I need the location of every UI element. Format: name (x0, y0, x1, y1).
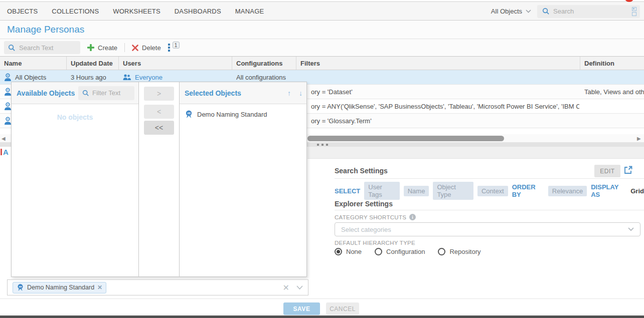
svg-text:AB: AB (19, 285, 22, 288)
persona-icon (4, 73, 12, 81)
available-filter[interactable] (78, 86, 134, 100)
row-filters: ory = ANY('QlikSense', 'SAP BusinessObje… (311, 99, 579, 113)
column-header-name[interactable]: Name (0, 57, 67, 70)
info-icon[interactable]: i (409, 214, 416, 220)
nav-item-worksheets[interactable]: WORKSHEETS (113, 8, 160, 15)
hierarchy-type-label-text: DEFAULT HIERARCHY TYPE (335, 240, 415, 246)
divider (335, 178, 644, 179)
svg-text:AB: AB (187, 112, 191, 115)
column-header-users[interactable]: Users (119, 57, 232, 70)
scrollbar-thumb[interactable] (307, 136, 504, 141)
delete-button[interactable]: Delete (132, 44, 161, 52)
move-up-icon[interactable]: ↑ (287, 89, 291, 97)
order-by-label: ORDER BY (512, 183, 544, 198)
detail-panel-heading: A (3, 148, 9, 156)
open-external-icon[interactable] (623, 165, 633, 177)
global-search-input[interactable] (553, 8, 628, 15)
radio-none[interactable]: None (335, 248, 362, 255)
create-button[interactable]: Create (87, 44, 117, 52)
row-definition: Table, Views and othe (584, 85, 644, 99)
radio-repository[interactable]: Repository (438, 248, 480, 255)
move-down-icon[interactable]: ↓ (299, 89, 302, 97)
no-objects-text: No objects (12, 113, 138, 121)
table-header: Name Updated Date Users Configurations F… (0, 56, 644, 70)
display-as-label: DISPLAY AS (591, 183, 626, 198)
chevron-down-icon[interactable] (296, 285, 303, 290)
display-as-value: Grid (630, 187, 644, 195)
available-filter-input[interactable] (92, 89, 123, 97)
top-strip (0, 0, 644, 2)
move-left-button[interactable]: < (144, 105, 174, 119)
nav-item-dashboards[interactable]: DASHBOARDS (175, 8, 221, 15)
radio-configuration[interactable]: Configuration (375, 248, 425, 255)
chevron-down-icon (526, 10, 531, 13)
select-label: SELECT (335, 187, 360, 195)
selected-object-tag[interactable]: AB Demo Naming Standard ✕ (13, 282, 106, 293)
table-search-input[interactable] (19, 44, 76, 52)
scope-selector-label: All Objects (491, 8, 522, 15)
remove-tag-icon[interactable]: ✕ (97, 284, 102, 291)
row-name: All Objects (15, 74, 46, 81)
row-filters: ory = 'Glossary.Term' (311, 114, 579, 128)
advanced-search-icon[interactable] (632, 7, 637, 16)
nav-item-collections[interactable]: COLLECTIONS (52, 8, 99, 15)
splitter-handle-icon (317, 144, 328, 146)
row-users: Everyone (135, 74, 163, 81)
edit-search-settings-button[interactable]: EDIT (594, 165, 620, 177)
column-header-filters[interactable]: Filters (296, 57, 580, 70)
cancel-button[interactable]: CANCEL (326, 302, 359, 315)
nav-item-objects[interactable]: OBJECTS (7, 8, 38, 15)
category-shortcuts-select[interactable]: Select categories (335, 222, 640, 236)
available-objects-title: Available Objects (17, 89, 75, 97)
selected-object-item[interactable]: AB Demo Naming Standard (180, 104, 306, 125)
window-bottom-edge (0, 315, 644, 318)
column-header-definition[interactable]: Definition (580, 57, 644, 70)
scroll-right-icon[interactable]: ▶ (637, 136, 641, 141)
detail-heading-icon (1, 149, 2, 155)
scope-selector[interactable]: All Objects (491, 8, 531, 15)
main-nav: OBJECTS COLLECTIONS WORKSHEETS DASHBOARD… (0, 3, 644, 21)
scroll-left-icon[interactable]: ◀ (2, 136, 6, 141)
search-icon (82, 90, 89, 97)
radio-icon (375, 248, 382, 255)
table-search[interactable] (4, 41, 80, 54)
global-search[interactable] (537, 5, 640, 18)
more-actions-button[interactable]: 1 (168, 43, 181, 53)
naming-standard-icon: AB (17, 284, 24, 291)
search-icon (8, 44, 16, 52)
order-by-chip: Relevance (548, 186, 587, 196)
x-icon (132, 45, 138, 51)
divider (0, 298, 644, 299)
select-chip: User Tags (364, 182, 399, 200)
objects-multiselect-field[interactable]: AB Demo Naming Standard ✕ ✕ (7, 279, 308, 295)
clear-field-icon[interactable]: ✕ (283, 283, 289, 292)
hierarchy-type-radios: None Configuration Repository (335, 248, 481, 255)
selected-objects-panel: Selected Objects ↑ ↓ AB Demo Naming Stan… (179, 82, 307, 277)
available-objects-panel: Available Objects No objects (11, 82, 139, 277)
tag-label: Demo Naming Standard (27, 284, 94, 291)
select-chip: Name (404, 186, 429, 196)
app-window: OBJECTS COLLECTIONS WORKSHEETS DASHBOARD… (0, 0, 644, 318)
save-button[interactable]: SAVE (283, 302, 320, 315)
move-all-left-button[interactable]: << (144, 121, 174, 135)
select-chip: Object Type (433, 182, 473, 200)
move-right-button[interactable]: > (144, 87, 174, 101)
toolbar: Create Delete 1 (0, 39, 644, 56)
more-actions-badge: 1 (173, 42, 180, 49)
category-shortcuts-label-text: CATEGORY SHORTCUTS (335, 214, 406, 220)
radio-icon (335, 248, 342, 255)
persona-icon (4, 88, 12, 96)
delete-button-label: Delete (142, 44, 161, 52)
toolbar-divider (124, 43, 125, 52)
category-shortcuts-placeholder: Select categories (341, 226, 391, 233)
persona-icon (4, 117, 12, 125)
nav-item-manage[interactable]: MANAGE (235, 8, 264, 15)
create-button-label: Create (98, 44, 117, 52)
chevron-down-icon (628, 227, 634, 231)
title-bar: Manage Personas (0, 21, 644, 39)
detail-panel-toolbar (307, 147, 644, 159)
users-group-icon (123, 74, 131, 81)
column-header-updated-date[interactable]: Updated Date (67, 57, 119, 70)
column-header-configurations[interactable]: Configurations (232, 57, 296, 70)
page-title: Manage Personas (0, 24, 84, 35)
